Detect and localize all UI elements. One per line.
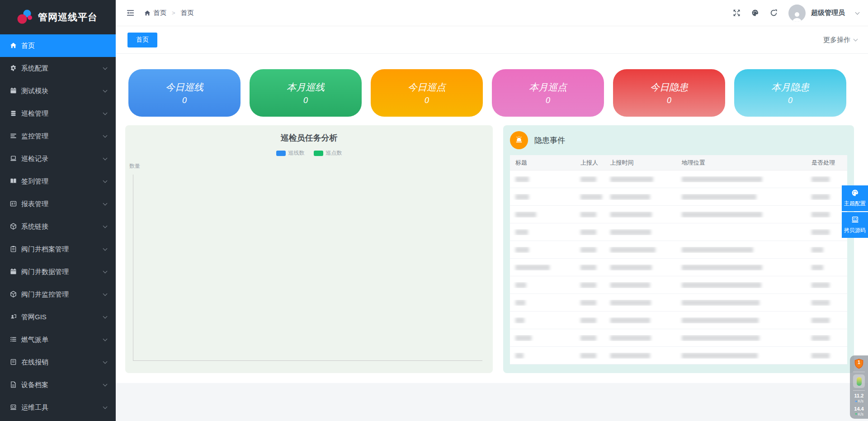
sidebar-item-report-mgmt[interactable]: 报表管理 <box>0 193 116 215</box>
table-cell-redacted <box>806 353 847 359</box>
tab-home[interactable]: 首页 <box>127 33 157 47</box>
sidebar-item-system-links[interactable]: 系统链接 <box>0 215 116 238</box>
table-cell-redacted <box>510 265 575 270</box>
sidebar-item-system-config[interactable]: 系统配置 <box>0 57 116 80</box>
sidebar-item-label: 设备档案 <box>21 381 48 389</box>
stat-card-value: 0 <box>303 96 308 105</box>
hazard-events-panel: 隐患事件 标题上报人上报时间地理位置是否处理 <box>503 125 854 373</box>
chevron-down-icon <box>103 88 108 93</box>
sidebar-item-test-module[interactable]: 测试模块 <box>0 80 116 102</box>
fullscreen-icon[interactable] <box>733 9 741 17</box>
table-cell-redacted <box>806 335 847 341</box>
stat-card-2: 今日巡点0 <box>371 69 483 117</box>
sidebar-item-home[interactable]: 首页 <box>0 34 116 57</box>
chevron-down-icon <box>103 156 108 161</box>
chart-y-axis-line <box>133 175 133 360</box>
chevron-down-icon <box>103 201 108 206</box>
hazard-events-header: 隐患事件 <box>503 125 854 155</box>
breadcrumb-item[interactable]: 首页 <box>153 9 166 17</box>
table-cell-redacted <box>676 300 806 306</box>
sidebar-item-label: 阀门井档案管理 <box>21 245 69 254</box>
home-icon <box>10 42 17 49</box>
sidebar-item-valve-well-archive[interactable]: 阀门井档案管理 <box>0 238 116 260</box>
sidebar-item-valve-well-data[interactable]: 阀门井数据管理 <box>0 260 116 283</box>
floating-side-buttons: 主题配置 拷贝源码 <box>842 185 868 239</box>
user-name[interactable]: 超级管理员 <box>811 9 845 17</box>
copy-source-label: 拷贝源码 <box>844 227 866 234</box>
sidebar-item-equipment-archive[interactable]: 设备档案 <box>0 374 116 396</box>
stat-card-value: 0 <box>788 96 793 105</box>
chevron-down-icon[interactable] <box>855 10 860 14</box>
table-row[interactable] <box>510 206 847 223</box>
table-row[interactable] <box>510 347 847 364</box>
more-operations[interactable]: 更多操作 <box>823 36 857 44</box>
inspector-task-chart-panel: 巡检员任务分析 巡线数巡点数 数量 <box>125 125 493 373</box>
table-cell-redacted <box>806 229 847 235</box>
download-speed-unit: K/s <box>858 412 863 416</box>
table-row[interactable] <box>510 223 847 241</box>
sidebar-menu: 首页系统配置测试模块巡检管理监控管理巡检记录签到管理报表管理系统链接阀门井档案管… <box>0 34 116 419</box>
chevron-down-icon <box>854 37 858 42</box>
clipboard-icon <box>10 246 17 253</box>
table-row[interactable] <box>510 312 847 329</box>
collapse-sidebar-icon[interactable] <box>127 9 134 17</box>
table-row[interactable] <box>510 276 847 294</box>
sidebar-item-label: 系统链接 <box>21 222 48 231</box>
table-cell-redacted <box>510 300 575 306</box>
chevron-down-icon <box>103 246 108 251</box>
table-cell-redacted <box>806 247 847 253</box>
table-cell-redacted <box>605 317 676 323</box>
chevron-down-icon <box>103 337 108 341</box>
column-header: 上报时间 <box>605 159 676 167</box>
sidebar-item-gas-dispatch[interactable]: 燃气派单 <box>0 328 116 351</box>
copy-source-button[interactable]: 拷贝源码 <box>842 212 868 238</box>
stat-card-label: 本月巡点 <box>529 81 567 94</box>
theme-config-button[interactable]: 主题配置 <box>842 185 868 211</box>
top-bar: 首页 > 首页 <box>116 0 868 26</box>
table-cell-redacted <box>676 176 806 182</box>
table-cell-redacted <box>806 176 847 182</box>
table-cell-redacted <box>510 282 575 288</box>
alarm-icon <box>510 131 528 149</box>
app-logo: 管网巡线平台 <box>0 0 116 34</box>
table-cell-redacted <box>510 229 575 235</box>
sidebar-item-online-reimburse[interactable]: 在线报销 <box>0 351 116 374</box>
network-speed-widget[interactable]: 1 11.2 ▲ K/s 14.4 ▼ K/s <box>850 355 868 419</box>
breadcrumb-item[interactable]: 首页 <box>181 9 194 17</box>
chevron-down-icon <box>103 179 108 183</box>
table-row[interactable] <box>510 294 847 312</box>
sidebar-item-valve-well-monitor[interactable]: 阀门井监控管理 <box>0 283 116 306</box>
sidebar-item-monitor-mgmt[interactable]: 监控管理 <box>0 125 116 147</box>
legend-item[interactable]: 巡线数 <box>276 149 305 157</box>
table-cell-redacted <box>575 282 605 288</box>
theme-palette-icon[interactable] <box>751 9 759 17</box>
table-cell-redacted <box>605 176 676 182</box>
user-avatar[interactable] <box>788 5 806 22</box>
theme-config-label: 主题配置 <box>844 200 866 208</box>
chevron-down-icon <box>103 382 108 387</box>
table-cell-redacted <box>676 265 806 270</box>
chevron-down-icon <box>103 224 108 228</box>
hazard-events-title: 隐患事件 <box>534 135 565 146</box>
sidebar-item-checkin-mgmt[interactable]: 签到管理 <box>0 170 116 193</box>
table-row[interactable] <box>510 329 847 347</box>
legend-item[interactable]: 巡点数 <box>314 149 342 157</box>
sidebar-item-pipeline-gis[interactable]: 管网GIS <box>0 306 116 328</box>
sidebar-item-inspection-mgmt[interactable]: 巡检管理 <box>0 102 116 125</box>
table-row[interactable] <box>510 241 847 259</box>
table-row[interactable] <box>510 170 847 188</box>
sidebar-item-ops-tools[interactable]: 运维工具 <box>0 396 116 419</box>
table-cell-redacted <box>605 353 676 359</box>
table-cell-redacted <box>510 335 575 341</box>
sidebar-item-inspection-records[interactable]: 巡检记录 <box>0 147 116 170</box>
table-cell-redacted <box>575 229 605 235</box>
refresh-icon[interactable] <box>770 9 778 17</box>
breadcrumb-separator: > <box>172 9 175 16</box>
table-row[interactable] <box>510 188 847 206</box>
table-cell-redacted <box>676 317 806 323</box>
sidebar-item-label: 运维工具 <box>21 403 48 412</box>
calendar-icon <box>10 268 17 275</box>
stat-card-5: 本月隐患0 <box>734 69 846 117</box>
sidebar-item-label: 巡检管理 <box>21 109 48 118</box>
table-row[interactable] <box>510 259 847 276</box>
